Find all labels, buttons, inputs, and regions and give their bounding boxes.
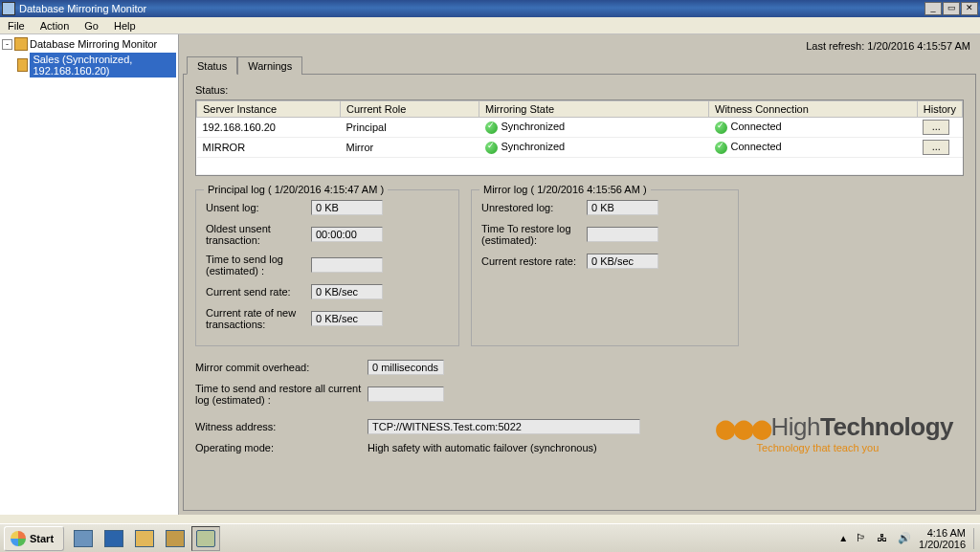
witness-value: TCP://WITNESS.Test.com:5022 — [368, 419, 640, 434]
flag-icon[interactable]: 🏳 — [856, 532, 869, 545]
unrestored-label: Unrestored log: — [481, 202, 587, 213]
restore-rate-value: 0 KB/sec — [587, 254, 658, 269]
tts-label: Time to send log (estimated) : — [206, 254, 311, 276]
unrestored-value: 0 KB — [587, 200, 658, 215]
principal-legend: Principal log ( 1/20/2016 4:15:47 AM ) — [204, 184, 388, 195]
cell-mirroring: Synchronized — [479, 118, 709, 138]
ttr-value — [587, 227, 658, 242]
mirror-legend: Mirror log ( 1/20/2016 4:15:56 AM ) — [479, 184, 651, 195]
titlebar: Database Mirroring Monitor _ ▭ ✕ — [0, 0, 980, 17]
tree-child-label: Sales (Synchronized, 192.168.160.20) — [30, 53, 176, 77]
witness-label: Witness address: — [195, 421, 368, 432]
status-table: Server Instance Current Role Mirroring S… — [195, 99, 964, 176]
check-icon — [715, 121, 727, 134]
opmode-label: Operating mode: — [195, 442, 368, 453]
log-groupbox-row: Principal log ( 1/20/2016 4:15:47 AM ) U… — [195, 189, 964, 346]
ttr-label: Time To restore log (estimated): — [481, 223, 587, 246]
col-witness[interactable]: Witness Connection — [709, 101, 918, 118]
close-button[interactable]: ✕ — [961, 2, 978, 15]
tree-child-node[interactable]: Sales (Synchronized, 192.168.160.20) — [2, 52, 176, 78]
ttsr-value — [368, 386, 444, 402]
cell-role: Principal — [341, 118, 479, 138]
check-icon — [715, 142, 727, 154]
menu-file[interactable]: File — [0, 18, 33, 33]
tree-root-node[interactable]: - Database Mirroring Monitor — [2, 36, 176, 52]
cell-role: Mirror — [341, 138, 479, 158]
history-button[interactable]: ... — [923, 140, 949, 155]
col-history[interactable]: History — [917, 101, 962, 118]
start-label: Start — [30, 533, 54, 544]
cell-mirroring: Synchronized — [479, 138, 709, 158]
taskbar: Start ▲ 🏳 🖧 🔊 4:16 AM 1/20/2016 — [0, 523, 980, 552]
show-desktop-button[interactable] — [973, 528, 974, 549]
watermark-logo: ⬤⬤⬤HighTechnology Technology that teach … — [715, 412, 953, 453]
tts-value — [311, 257, 383, 273]
tab-row: Status Warnings — [187, 55, 976, 74]
unsent-label: Unsent log: — [206, 202, 311, 213]
new-rate-label: Current rate of new transactions: — [206, 307, 311, 330]
network-icon[interactable]: 🖧 — [877, 532, 890, 545]
logo-dots-icon: ⬤⬤⬤ — [715, 418, 769, 439]
cell-server: 192.168.160.20 — [197, 118, 341, 138]
opmode-value: High safety with automatic failover (syn… — [368, 442, 597, 453]
cell-server: MIRROR — [197, 138, 341, 158]
database-icon — [17, 58, 28, 72]
unsent-value: 0 KB — [311, 200, 383, 215]
col-role[interactable]: Current Role — [341, 101, 479, 118]
table-row[interactable]: 192.168.160.20 Principal Synchronized Co… — [197, 118, 963, 138]
overhead-value: 0 milliseconds — [368, 360, 444, 375]
col-mirroring[interactable]: Mirroring State — [479, 101, 709, 118]
new-rate-value: 0 KB/sec — [311, 311, 383, 326]
send-rate-value: 0 KB/sec — [311, 284, 383, 299]
mirror-groupbox: Mirror log ( 1/20/2016 4:15:56 AM ) Unre… — [471, 189, 739, 346]
check-icon — [485, 142, 498, 154]
system-tray: ▲ 🏳 🖧 🔊 4:16 AM 1/20/2016 — [838, 527, 980, 550]
history-button[interactable]: ... — [923, 120, 949, 135]
check-icon — [485, 121, 498, 134]
principal-groupbox: Principal log ( 1/20/2016 4:15:47 AM ) U… — [195, 189, 459, 346]
oldest-label: Oldest unsent transaction: — [206, 223, 311, 246]
menu-go[interactable]: Go — [77, 18, 106, 33]
tab-warnings[interactable]: Warnings — [237, 56, 302, 75]
oldest-value: 00:00:00 — [311, 227, 383, 242]
cell-witness: Connected — [709, 118, 918, 138]
col-server[interactable]: Server Instance — [197, 101, 341, 118]
windows-icon — [11, 531, 26, 546]
tray-chevron-icon[interactable]: ▲ — [838, 533, 848, 543]
tab-status[interactable]: Status — [187, 56, 237, 75]
menubar: File Action Go Help — [0, 17, 980, 34]
content-pane: Last refresh: 1/20/2016 4:15:57 AM Statu… — [179, 34, 980, 515]
cell-witness: Connected — [709, 138, 918, 158]
restore-rate-label: Current restore rate: — [481, 255, 587, 267]
ttsr-label: Time to send and restore all current log… — [195, 383, 368, 406]
logo-subtitle: Technology that teach you — [715, 442, 953, 453]
refresh-bar: Last refresh: 1/20/2016 4:15:57 AM — [183, 38, 976, 55]
start-button[interactable]: Start — [4, 526, 64, 551]
taskbar-app-3[interactable] — [130, 526, 159, 551]
tree-root-label: Database Mirroring Monitor — [30, 38, 157, 50]
tree-pane: - Database Mirroring Monitor Sales (Sync… — [0, 34, 179, 515]
expand-icon[interactable]: - — [2, 39, 12, 50]
clock-time: 4:16 AM — [919, 527, 966, 539]
menu-action[interactable]: Action — [33, 18, 78, 33]
status-label: Status: — [195, 84, 964, 96]
clock[interactable]: 4:16 AM 1/20/2016 — [919, 527, 966, 550]
window-title: Database Mirroring Monitor — [19, 3, 924, 14]
table-row[interactable]: MIRROR Mirror Synchronized Connected ... — [197, 138, 963, 158]
minimize-button[interactable]: _ — [924, 2, 942, 15]
monitor-icon — [14, 37, 28, 51]
main-area: - Database Mirroring Monitor Sales (Sync… — [0, 34, 980, 515]
volume-icon[interactable]: 🔊 — [898, 532, 911, 545]
taskbar-app-1[interactable] — [69, 526, 98, 551]
clock-date: 1/20/2016 — [919, 539, 966, 550]
taskbar-app-active[interactable] — [191, 526, 220, 551]
menu-help[interactable]: Help — [106, 18, 144, 33]
taskbar-app-2[interactable] — [100, 526, 128, 551]
taskbar-app-4[interactable] — [161, 526, 189, 551]
send-rate-label: Current send rate: — [206, 286, 311, 298]
app-icon — [2, 2, 15, 15]
overhead-label: Mirror commit overhead: — [195, 362, 368, 373]
restore-button[interactable]: ▭ — [943, 2, 960, 15]
